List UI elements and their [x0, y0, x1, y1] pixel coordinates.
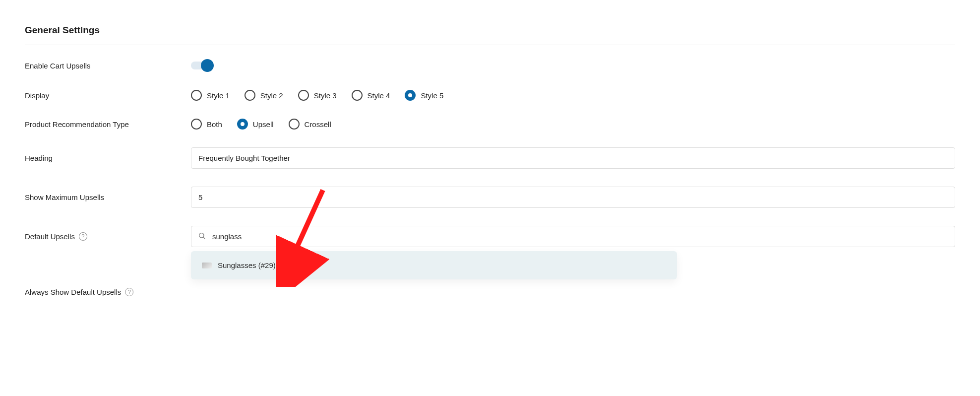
radio-label: Style 2 [260, 91, 283, 100]
section-title: General Settings [25, 25, 955, 45]
label-default-upsells-text: Default Upsells [25, 232, 75, 241]
label-default-upsells: Default Upsells [25, 232, 191, 241]
row-display: Display Style 1Style 2Style 3Style 4Styl… [25, 90, 955, 101]
help-icon[interactable] [125, 288, 133, 296]
label-enable-cart-upsells: Enable Cart Upsells [25, 62, 191, 70]
radio-label: Both [207, 120, 222, 129]
display-style-option[interactable]: Style 4 [352, 90, 390, 101]
radio-label: Crossell [305, 120, 331, 129]
recommendation-radio-group: BothUpsellCrossell [191, 119, 955, 130]
recommendation-type-option[interactable]: Crossell [289, 119, 331, 130]
recommendation-type-option[interactable]: Upsell [237, 119, 274, 130]
radio-label: Style 3 [314, 91, 337, 100]
row-default-upsells: Default Upsells Sunglasses (#29) [25, 226, 955, 247]
row-heading: Heading [25, 147, 955, 169]
heading-input[interactable] [191, 147, 955, 169]
search-result-item[interactable]: Sunglasses (#29) [191, 251, 677, 279]
label-display: Display [25, 91, 191, 100]
radio-circle-icon [191, 119, 202, 130]
row-always-show: Always Show Default Upsells [25, 288, 955, 296]
product-thumb-icon [202, 263, 212, 268]
max-upsells-input[interactable] [191, 187, 955, 208]
toggle-thumb [201, 59, 214, 72]
default-upsells-search-wrap: Sunglasses (#29) [191, 226, 955, 247]
search-result-label: Sunglasses (#29) [218, 261, 276, 269]
radio-circle-icon [298, 90, 309, 101]
radio-label: Style 4 [368, 91, 390, 100]
label-product-recommendation: Product Recommendation Type [25, 120, 191, 129]
label-max-upsells: Show Maximum Upsells [25, 193, 191, 201]
display-style-option[interactable]: Style 1 [191, 90, 230, 101]
radio-circle-icon [289, 119, 300, 130]
row-max-upsells: Show Maximum Upsells [25, 187, 955, 208]
row-product-recommendation: Product Recommendation Type BothUpsellCr… [25, 119, 955, 130]
display-radio-group: Style 1Style 2Style 3Style 4Style 5 [191, 90, 955, 101]
default-upsells-search-input[interactable] [191, 226, 955, 247]
radio-circle-icon [352, 90, 363, 101]
radio-label: Style 5 [421, 91, 443, 100]
help-icon[interactable] [79, 232, 87, 241]
radio-circle-icon [245, 90, 255, 101]
radio-label: Upsell [253, 120, 274, 129]
row-enable-cart-upsells: Enable Cart Upsells [25, 59, 955, 72]
radio-circle-icon [237, 119, 248, 130]
radio-circle-icon [405, 90, 416, 101]
display-style-option[interactable]: Style 2 [245, 90, 283, 101]
recommendation-type-option[interactable]: Both [191, 119, 222, 130]
toggle-enable-cart-upsells[interactable] [191, 59, 214, 72]
label-always-show: Always Show Default Upsells [25, 288, 191, 296]
label-heading: Heading [25, 154, 191, 162]
radio-circle-icon [191, 90, 202, 101]
label-always-show-text: Always Show Default Upsells [25, 288, 121, 296]
display-style-option[interactable]: Style 5 [405, 90, 443, 101]
display-style-option[interactable]: Style 3 [298, 90, 337, 101]
radio-label: Style 1 [207, 91, 230, 100]
